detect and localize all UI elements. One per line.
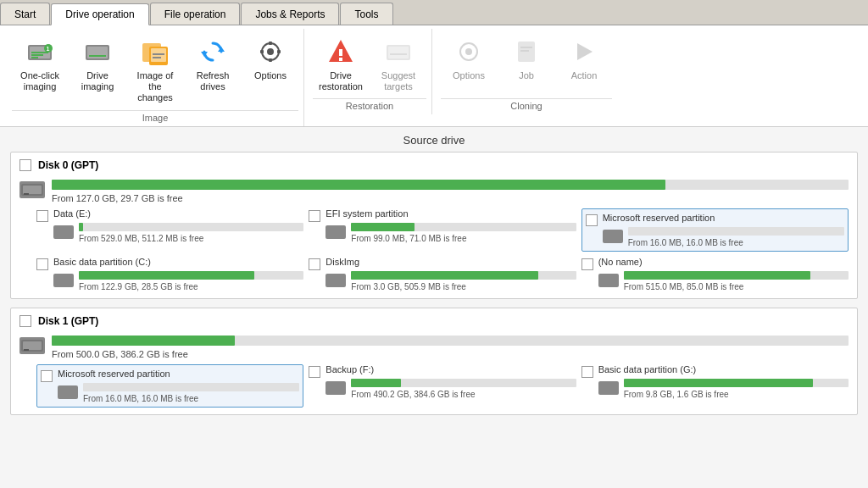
tab-drive-operation[interactable]: Drive operation: [51, 3, 148, 25]
one-click-imaging-button[interactable]: 1 One-click imaging: [12, 32, 68, 97]
tab-tools[interactable]: Tools: [340, 3, 392, 25]
svg-rect-2: [31, 57, 38, 58]
disk1-checkbox[interactable]: [19, 315, 31, 327]
partition-ms-reserved-0-checkbox[interactable]: [586, 214, 598, 226]
drive-imaging-button[interactable]: Drive imaging: [70, 32, 125, 97]
drive-restoration-button[interactable]: Drive restoration: [313, 32, 369, 97]
svg-rect-21: [260, 50, 264, 53]
refresh-drives-label: Refresh drives: [188, 70, 237, 92]
job-icon: [511, 36, 542, 67]
partition-backup-f: Backup (F:) From 490.2 GB, 384.6 GB is f…: [309, 364, 576, 408]
partition-backup-f-name: Backup (F:): [326, 364, 576, 374]
options-button[interactable]: Options: [242, 32, 298, 97]
partition-efi-row: EFI system partition From 99.0 MB, 71.0 …: [309, 208, 576, 243]
partition-diskimg-name: DiskImg: [326, 257, 576, 267]
partition-noname-checkbox[interactable]: [581, 258, 593, 270]
action-icon: [569, 36, 599, 67]
partition-efi-icon: [326, 225, 346, 239]
svg-rect-24: [339, 49, 342, 56]
partition-basic-c-icon: [53, 274, 74, 287]
partition-diskimg-row: DiskImg From 3.0 GB, 505.9 MB is free: [309, 257, 576, 291]
job-label: Job: [519, 70, 534, 81]
disk0-partitions: Data (E:) From 529.0 MB, 511.2 MB is fre…: [19, 208, 849, 291]
options-label: Options: [254, 70, 287, 81]
disk1-progress-bar: [52, 336, 235, 346]
restoration-group-label: Restoration: [313, 98, 426, 111]
refresh-drives-button[interactable]: Refresh drives: [185, 32, 241, 97]
partition-backup-f-checkbox[interactable]: [309, 366, 320, 378]
svg-rect-13: [153, 53, 164, 55]
partition-ms-reserved-0-row: Microsoft reserved partition From 16.0 M…: [586, 213, 844, 247]
partition-basic-g-row: Basic data partition (G:) From 9.8 GB, 1…: [581, 364, 849, 399]
tab-start[interactable]: Start: [0, 3, 50, 25]
cloning-group-label: Cloning: [441, 98, 612, 111]
partition-diskimg-info: From 3.0 GB, 505.9 MB is free: [351, 282, 576, 291]
partition-noname-row: (No name) From 515.0 MB, 85.0 MB is free: [581, 257, 849, 291]
ribbon-group-image: 1 One-click imaging Drive imaging: [7, 29, 304, 126]
partition-backup-f-icon: [326, 381, 346, 395]
svg-rect-25: [339, 58, 342, 61]
image-changes-icon: [140, 36, 170, 67]
tab-jobs-reports[interactable]: Jobs & Reports: [241, 3, 339, 25]
disk0-header: Disk 0 (GPT): [19, 159, 849, 171]
partition-diskimg-checkbox[interactable]: [309, 258, 320, 270]
svg-rect-9: [89, 55, 106, 57]
one-click-label: One-click imaging: [15, 70, 64, 92]
svg-point-18: [267, 48, 274, 55]
svg-rect-39: [23, 341, 42, 350]
job-button[interactable]: Job: [498, 32, 554, 97]
disk0-icon: [19, 181, 45, 198]
disk1-panel: Disk 1 (GPT) From 500.0 GB, 386.2 GB is …: [10, 308, 858, 415]
partition-ms-reserved-1-checkbox[interactable]: [41, 370, 53, 382]
cloning-options-icon: [453, 36, 484, 67]
action-button[interactable]: Action: [556, 32, 612, 97]
partition-basic-g-info: From 9.8 GB, 1.6 GB is free: [624, 390, 849, 399]
disk1-header: Disk 1 (GPT): [19, 315, 849, 327]
partition-basic-g-checkbox[interactable]: [581, 366, 593, 378]
svg-rect-20: [269, 58, 272, 62]
partition-noname: (No name) From 515.0 MB, 85.0 MB is free: [581, 257, 849, 291]
ribbon: 1 One-click imaging Drive imaging: [0, 25, 868, 127]
partition-basic-c-info: From 122.9 GB, 28.5 GB is free: [79, 282, 303, 291]
svg-rect-37: [24, 193, 29, 195]
cloning-options-button[interactable]: Options: [441, 32, 497, 97]
partition-ms-reserved-1-info: From 16.0 MB, 16.0 MB is free: [83, 394, 299, 403]
svg-point-30: [465, 48, 472, 55]
disk0-checkbox[interactable]: [19, 159, 31, 171]
partition-efi-checkbox[interactable]: [309, 210, 320, 222]
tab-bar: Start Drive operation File operation Job…: [0, 0, 868, 25]
svg-rect-27: [388, 47, 409, 58]
partition-efi: EFI system partition From 99.0 MB, 71.0 …: [309, 208, 576, 252]
partition-data-e-checkbox[interactable]: [36, 210, 48, 222]
ribbon-buttons-image: 1 One-click imaging Drive imaging: [12, 29, 298, 108]
options-icon: [255, 36, 286, 67]
disk0-progress-bar: [52, 180, 665, 190]
image-changes-button[interactable]: Image of the changes: [127, 32, 183, 108]
partition-basic-g-name: Basic data partition (G:): [598, 364, 849, 374]
tab-file-operation[interactable]: File operation: [150, 3, 241, 25]
partition-basic-g-icon: [598, 381, 619, 395]
suggest-targets-icon: [383, 36, 414, 67]
partition-ms-reserved-0-icon: [603, 230, 623, 243]
partition-basic-c-checkbox[interactable]: [36, 258, 48, 270]
ribbon-group-restoration: Drive restoration Suggest targets Restor…: [308, 29, 432, 114]
partition-noname-icon: [598, 274, 619, 287]
partition-data-e-name: Data (E:): [53, 208, 303, 219]
partition-efi-name: EFI system partition: [326, 208, 576, 219]
partition-ms-reserved-0-info: From 16.0 MB, 16.0 MB is free: [628, 238, 844, 247]
action-label: Action: [571, 70, 598, 81]
svg-rect-22: [277, 50, 281, 53]
disk0-info: From 127.0 GB, 29.7 GB is free: [52, 193, 849, 203]
drive-restoration-icon: [326, 36, 356, 67]
drive-restoration-label: Drive restoration: [316, 70, 365, 92]
suggest-targets-button[interactable]: Suggest targets: [370, 32, 426, 97]
main-content: Source drive Disk 0 (GPT) From 127.0 GB,…: [0, 127, 868, 488]
refresh-drives-icon: [198, 36, 228, 67]
partition-backup-f-info: From 490.2 GB, 384.6 GB is free: [351, 390, 576, 399]
cloning-options-label: Options: [453, 70, 485, 81]
disk0-panel: Disk 0 (GPT) From 127.0 GB, 29.7 GB is f…: [10, 152, 858, 299]
partition-diskimg: DiskImg From 3.0 GB, 505.9 MB is free: [309, 257, 576, 291]
partition-ms-reserved-1-name: Microsoft reserved partition: [58, 369, 299, 379]
disk1-title: Disk 1 (GPT): [38, 315, 98, 327]
svg-text:1: 1: [47, 46, 50, 52]
